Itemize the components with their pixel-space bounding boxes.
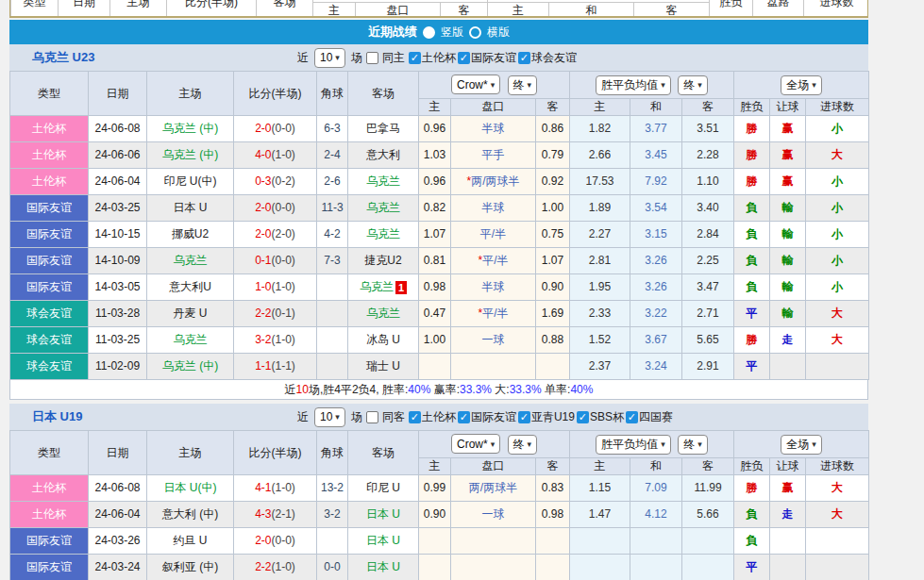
home-team-link[interactable]: 日本 U	[147, 195, 234, 222]
same-venue-checkbox[interactable]	[366, 411, 378, 423]
final-select-2[interactable]: 终▾	[678, 435, 708, 455]
handicap-result-cell: 輸	[770, 195, 806, 222]
league-checkbox-label[interactable]: 四国赛	[639, 409, 673, 425]
away-team-link[interactable]: 乌克兰1	[348, 274, 419, 301]
final-select-1[interactable]: 终▾	[508, 75, 538, 95]
match-row: 土伦杯24-06-04意大利 (中)4-3(2-1)3-2日本 U0.90一球0…	[10, 502, 869, 528]
league-checkbox-label[interactable]: 土伦杯	[422, 50, 456, 66]
away-team-link[interactable]: 巴拿马	[348, 116, 419, 142]
same-venue-checkbox[interactable]	[366, 52, 378, 64]
away-team-link[interactable]: 日本 U	[348, 528, 419, 555]
score-link[interactable]: 2-0(2-0)	[234, 222, 317, 248]
crow-home-odds: 0.96	[419, 116, 451, 142]
avg-odds-select[interactable]: 胜平负均值▾	[596, 75, 671, 95]
away-team-link[interactable]: 乌克兰	[348, 301, 419, 327]
team-title: 日本 U19	[32, 408, 82, 425]
home-team-link[interactable]: 挪威U2	[147, 222, 234, 248]
home-team-link[interactable]: 乌克兰 (中)	[147, 354, 234, 380]
league-checkbox-label[interactable]: 球会友谊	[531, 50, 577, 66]
bookmaker-select[interactable]: Crow*▾	[451, 75, 500, 94]
home-team-link[interactable]: 乌克兰	[147, 327, 234, 354]
league-checkbox[interactable]: ✓	[626, 411, 638, 423]
match-row: 土伦杯24-06-08乌克兰 (中)2-0(0-0)6-3巴拿马0.96半球0.…	[10, 116, 869, 142]
score-link[interactable]: 0-1(0-0)	[234, 248, 317, 274]
league-checkbox[interactable]: ✓	[409, 52, 421, 64]
games-count-select[interactable]: 10▾	[314, 48, 345, 68]
avg-odds-select[interactable]: 胜平负均值▾	[596, 435, 671, 455]
league-checkbox-label[interactable]: 亚青U19	[531, 409, 575, 425]
sub-goals: 进球数	[806, 99, 869, 116]
league-checkbox[interactable]: ✓	[458, 52, 470, 64]
home-team-link[interactable]: 乌克兰	[147, 248, 234, 274]
score-link[interactable]: 3-2(1-0)	[234, 327, 317, 354]
score-link[interactable]: 4-1(1-0)	[234, 475, 317, 502]
league-checkbox[interactable]: ✓	[409, 411, 421, 423]
crow-away-odds: 1.69	[536, 301, 570, 327]
same-venue-label[interactable]: 同客	[382, 409, 405, 425]
away-team-link[interactable]: 冰岛 U	[348, 327, 419, 354]
away-team-link[interactable]: 乌克兰	[348, 222, 419, 248]
home-team-link[interactable]: 丹麦 U	[147, 301, 234, 327]
goals-result-cell: 小	[806, 169, 869, 195]
corner-cell	[317, 301, 348, 327]
score-link[interactable]: 2-0(0-0)	[234, 528, 317, 555]
away-team-link[interactable]: 日本 U	[348, 502, 419, 528]
home-team-link[interactable]: 印尼 U(中)	[147, 169, 234, 195]
away-team-link[interactable]: 乌克兰	[348, 195, 419, 222]
score-link[interactable]: 2-2(1-0)	[234, 555, 317, 580]
score-link[interactable]: 2-0(0-0)	[234, 195, 317, 222]
horizontal-radio-label[interactable]: 横版	[487, 25, 510, 41]
league-checkbox-label[interactable]: 土伦杯	[422, 409, 456, 425]
home-team-link[interactable]: 日本 U(中)	[147, 475, 234, 502]
scope-select[interactable]: 全场▾	[781, 435, 822, 455]
score-link[interactable]: 0-3(0-2)	[234, 169, 317, 195]
home-team-link[interactable]: 乌克兰 (中)	[147, 142, 234, 169]
same-venue-label[interactable]: 同主	[382, 50, 405, 66]
sub-away2: 客	[634, 3, 710, 19]
corner-cell: 2-6	[317, 169, 348, 195]
chevron-down-icon: ▾	[528, 80, 532, 90]
home-team-link[interactable]: 意大利 (中)	[147, 502, 234, 528]
score-link[interactable]: 1-0(1-0)	[234, 274, 317, 301]
home-team-link[interactable]: 叙利亚 (中)	[147, 555, 234, 580]
horizontal-radio[interactable]	[469, 26, 481, 39]
crow-home-odds	[419, 555, 451, 580]
league-checkbox-label[interactable]: 国际友谊	[471, 50, 516, 66]
score-link[interactable]: 1-1(1-1)	[234, 354, 317, 380]
away-team-link[interactable]: 日本 U	[348, 555, 419, 580]
home-team-link[interactable]: 约旦 U	[147, 528, 234, 555]
league-checkbox[interactable]: ✓	[458, 411, 470, 423]
col-type: 类型	[11, 0, 59, 18]
score-link[interactable]: 2-0(0-0)	[234, 116, 317, 142]
chevron-down-icon: ▾	[812, 80, 816, 90]
final-select-1[interactable]: 终▾	[508, 435, 538, 455]
league-checkbox[interactable]: ✓	[518, 52, 530, 64]
home-team-link[interactable]: 乌克兰 (中)	[147, 116, 234, 142]
away-team-link[interactable]: 捷克U2	[348, 248, 419, 274]
avg-draw-odds: 3.45	[630, 142, 682, 169]
away-team-link[interactable]: 意大利	[348, 142, 419, 169]
crow-group-header: Crow*▾ 终▾	[419, 72, 570, 99]
score-link[interactable]: 2-2(0-1)	[234, 301, 317, 327]
league-checkbox-label[interactable]: SBS杯	[590, 409, 624, 425]
crow-home-odds	[419, 528, 451, 555]
scope-select[interactable]: 全场▾	[781, 75, 822, 95]
avg-away-odds	[682, 528, 734, 555]
final-select-2[interactable]: 终▾	[678, 75, 708, 95]
home-team-link[interactable]: 意大利U	[147, 274, 234, 301]
vertical-radio-label[interactable]: 竖版	[441, 25, 463, 41]
league-checkbox-label[interactable]: 国际友谊	[471, 409, 516, 425]
league-checkbox[interactable]: ✓	[518, 411, 530, 423]
away-team-link[interactable]: 乌克兰	[348, 169, 419, 195]
score-link[interactable]: 4-0(1-0)	[234, 142, 317, 169]
bookmaker-select[interactable]: Crow*▾	[451, 434, 500, 454]
vertical-radio[interactable]	[423, 26, 435, 39]
games-count-select[interactable]: 10▾	[314, 407, 345, 427]
away-team-link[interactable]: 印尼 U	[348, 475, 419, 502]
date-cell: 11-03-28	[89, 301, 147, 327]
score-link[interactable]: 4-3(2-1)	[234, 502, 317, 528]
avg-draw-odds: 3.54	[630, 195, 682, 222]
date-cell: 24-03-26	[89, 528, 147, 555]
league-checkbox[interactable]: ✓	[577, 411, 589, 423]
away-team-link[interactable]: 瑞士 U	[348, 354, 419, 380]
